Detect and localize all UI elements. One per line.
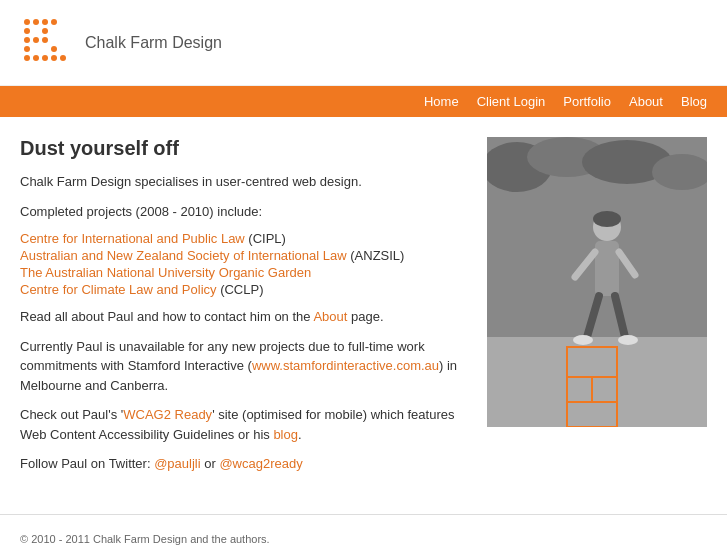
about-link[interactable]: About	[313, 309, 347, 324]
navbar: Home Client Login Portfolio About Blog	[0, 86, 727, 117]
checkout-post: .	[298, 427, 302, 442]
completed-label: Completed projects (2008 - 2010) include…	[20, 202, 467, 222]
project-link-cipl[interactable]: Centre for International and Public Law	[20, 231, 245, 246]
list-item: Centre for Climate Law and Policy (CCLP)	[20, 282, 467, 297]
stamford-link[interactable]: www.stamfordinteractive.com.au	[252, 358, 439, 373]
read-all-post: page.	[347, 309, 383, 324]
svg-point-14	[51, 55, 57, 61]
header: Chalk Farm Design	[0, 0, 727, 86]
svg-point-6	[24, 37, 30, 43]
follow-or: or	[201, 456, 220, 471]
svg-point-33	[618, 335, 638, 345]
svg-point-3	[51, 19, 57, 25]
list-item: Centre for International and Public Law …	[20, 231, 467, 246]
blog-link[interactable]: blog	[273, 427, 298, 442]
logo-area: Chalk Farm Design	[20, 15, 222, 70]
follow-pre: Follow Paul on Twitter:	[20, 456, 154, 471]
svg-point-11	[24, 55, 30, 61]
hero-image	[487, 137, 707, 427]
content-area: Dust yourself off Chalk Farm Design spec…	[20, 137, 467, 484]
svg-rect-27	[595, 241, 619, 296]
svg-point-0	[24, 19, 30, 25]
logo-text: Chalk Farm Design	[85, 34, 222, 52]
svg-point-34	[593, 211, 621, 227]
read-all-pre: Read all about Paul and how to contact h…	[20, 309, 313, 324]
photo-area	[487, 137, 707, 484]
wcag2-link[interactable]: WCAG2 Ready	[123, 407, 212, 422]
svg-point-8	[42, 37, 48, 43]
checkout-pre: Check out Paul's '	[20, 407, 123, 422]
nav-about[interactable]: About	[629, 94, 663, 109]
nav-portfolio[interactable]: Portfolio	[563, 94, 611, 109]
nav-client-login[interactable]: Client Login	[477, 94, 546, 109]
footer: © 2010 - 2011 Chalk Farm Design and the …	[0, 514, 727, 546]
intro-text: Chalk Farm Design specialises in user-ce…	[20, 172, 467, 192]
svg-point-5	[42, 28, 48, 34]
svg-rect-21	[487, 337, 707, 427]
footer-line1: © 2010 - 2011 Chalk Farm Design and the …	[20, 530, 707, 546]
svg-point-4	[24, 28, 30, 34]
svg-point-13	[42, 55, 48, 61]
twitter-wcag2ready-link[interactable]: @wcag2ready	[219, 456, 302, 471]
logo-icon	[20, 15, 75, 70]
projects-list: Centre for International and Public Law …	[20, 231, 467, 297]
list-item: The Australian National University Organ…	[20, 265, 467, 280]
follow-paragraph: Follow Paul on Twitter: @pauljli or @wca…	[20, 454, 467, 474]
nav-blog[interactable]: Blog	[681, 94, 707, 109]
svg-point-12	[33, 55, 39, 61]
svg-point-15	[60, 55, 66, 61]
project-link-anzsil[interactable]: Australian and New Zealand Society of In…	[20, 248, 347, 263]
nav-home[interactable]: Home	[424, 94, 459, 109]
currently-paragraph: Currently Paul is unavailable for any ne…	[20, 337, 467, 396]
main-content: Dust yourself off Chalk Farm Design spec…	[0, 117, 727, 504]
read-all-paragraph: Read all about Paul and how to contact h…	[20, 307, 467, 327]
svg-point-2	[42, 19, 48, 25]
project-link-anu[interactable]: The Australian National University Organ…	[20, 265, 311, 280]
svg-point-7	[33, 37, 39, 43]
svg-point-10	[51, 46, 57, 52]
svg-point-32	[573, 335, 593, 345]
svg-point-9	[24, 46, 30, 52]
page-heading: Dust yourself off	[20, 137, 467, 160]
list-item: Australian and New Zealand Society of In…	[20, 248, 467, 263]
svg-point-1	[33, 19, 39, 25]
project-link-cclp[interactable]: Centre for Climate Law and Policy	[20, 282, 217, 297]
twitter-pauljli-link[interactable]: @pauljli	[154, 456, 200, 471]
checkout-paragraph: Check out Paul's 'WCAG2 Ready' site (opt…	[20, 405, 467, 444]
